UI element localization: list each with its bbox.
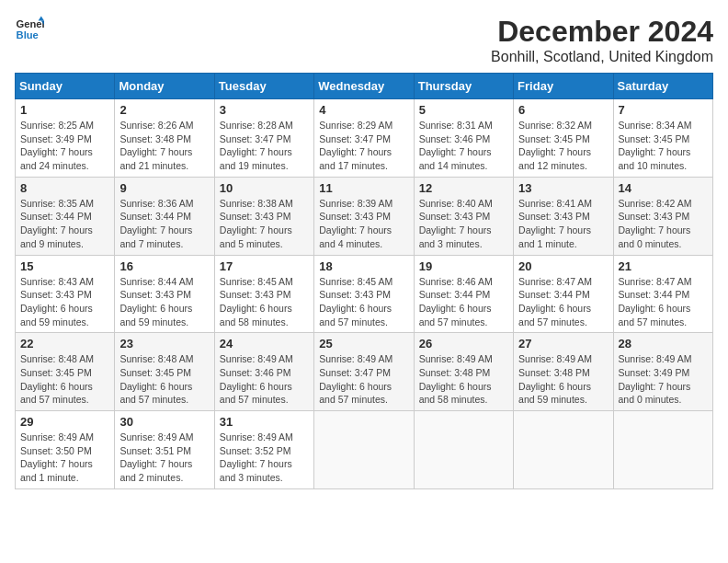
day-info: Sunrise: 8:39 AMSunset: 3:43 PMDaylight:… (319, 198, 392, 249)
calendar-cell: 17 Sunrise: 8:45 AMSunset: 3:43 PMDaylig… (214, 255, 313, 333)
day-info: Sunrise: 8:40 AMSunset: 3:43 PMDaylight:… (419, 198, 493, 249)
day-number: 21 (619, 259, 708, 273)
day-number: 27 (518, 337, 608, 350)
calendar-cell: 8 Sunrise: 8:35 AMSunset: 3:44 PMDayligh… (16, 177, 115, 255)
day-number: 23 (119, 337, 209, 350)
calendar-cell: 23 Sunrise: 8:48 AMSunset: 3:45 PMDaylig… (115, 333, 214, 411)
calendar-cell: 1 Sunrise: 8:25 AMSunset: 3:49 PMDayligh… (16, 99, 115, 178)
day-number: 5 (419, 103, 508, 117)
calendar-cell: 29 Sunrise: 8:49 AMSunset: 3:50 PMDaylig… (16, 411, 115, 489)
day-number: 19 (419, 259, 508, 273)
day-number: 13 (518, 181, 608, 195)
day-info: Sunrise: 8:45 AMSunset: 3:43 PMDaylight:… (220, 276, 293, 327)
column-header-thursday: Thursday (414, 74, 513, 99)
column-header-tuesday: Tuesday (214, 74, 313, 99)
day-info: Sunrise: 8:36 AMSunset: 3:44 PMDaylight:… (119, 198, 193, 249)
day-number: 30 (119, 415, 209, 429)
day-number: 10 (220, 181, 309, 195)
day-number: 6 (518, 103, 608, 117)
day-info: Sunrise: 8:47 AMSunset: 3:44 PMDaylight:… (518, 276, 592, 327)
calendar-cell: 25 Sunrise: 8:49 AMSunset: 3:47 PMDaylig… (314, 333, 414, 411)
day-number: 18 (319, 259, 408, 273)
location-title: Bonhill, Scotland, United Kingdom (491, 49, 713, 65)
day-info: Sunrise: 8:49 AMSunset: 3:48 PMDaylight:… (518, 353, 592, 405)
calendar-cell (414, 411, 513, 489)
calendar-cell (514, 411, 613, 489)
calendar-cell: 4 Sunrise: 8:29 AMSunset: 3:47 PMDayligh… (314, 99, 414, 178)
calendar-cell: 2 Sunrise: 8:26 AMSunset: 3:48 PMDayligh… (115, 99, 214, 178)
day-info: Sunrise: 8:49 AMSunset: 3:46 PMDaylight:… (220, 353, 293, 405)
calendar-week-row: 15 Sunrise: 8:43 AMSunset: 3:43 PMDaylig… (16, 255, 713, 333)
day-number: 20 (518, 259, 608, 273)
day-number: 9 (119, 181, 209, 195)
calendar-cell: 7 Sunrise: 8:34 AMSunset: 3:45 PMDayligh… (613, 99, 712, 178)
column-header-monday: Monday (115, 74, 214, 99)
day-info: Sunrise: 8:49 AMSunset: 3:51 PMDaylight:… (119, 431, 193, 483)
day-number: 17 (220, 259, 309, 273)
calendar-cell: 10 Sunrise: 8:38 AMSunset: 3:43 PMDaylig… (214, 177, 313, 255)
calendar-week-row: 22 Sunrise: 8:48 AMSunset: 3:45 PMDaylig… (16, 333, 713, 411)
day-info: Sunrise: 8:31 AMSunset: 3:46 PMDaylight:… (419, 120, 493, 171)
day-info: Sunrise: 8:34 AMSunset: 3:45 PMDaylight:… (619, 120, 692, 171)
day-info: Sunrise: 8:42 AMSunset: 3:43 PMDaylight:… (619, 198, 692, 249)
day-number: 16 (119, 259, 209, 273)
calendar-cell: 26 Sunrise: 8:49 AMSunset: 3:48 PMDaylig… (414, 333, 513, 411)
day-info: Sunrise: 8:32 AMSunset: 3:45 PMDaylight:… (518, 120, 592, 171)
day-number: 29 (20, 415, 109, 429)
day-info: Sunrise: 8:49 AMSunset: 3:48 PMDaylight:… (419, 353, 493, 405)
day-info: Sunrise: 8:29 AMSunset: 3:47 PMDaylight:… (319, 120, 392, 171)
calendar-cell: 18 Sunrise: 8:45 AMSunset: 3:43 PMDaylig… (314, 255, 414, 333)
day-number: 7 (619, 103, 708, 117)
day-info: Sunrise: 8:48 AMSunset: 3:45 PMDaylight:… (20, 353, 94, 405)
day-number: 25 (319, 337, 408, 350)
calendar-cell: 3 Sunrise: 8:28 AMSunset: 3:47 PMDayligh… (214, 99, 313, 178)
calendar-header-row: SundayMondayTuesdayWednesdayThursdayFrid… (16, 74, 713, 99)
header: General Blue December 2024 Bonhill, Scot… (15, 15, 713, 65)
day-number: 31 (220, 415, 309, 429)
calendar-cell: 5 Sunrise: 8:31 AMSunset: 3:46 PMDayligh… (414, 99, 513, 178)
calendar-cell: 31 Sunrise: 8:49 AMSunset: 3:52 PMDaylig… (214, 411, 313, 489)
day-number: 15 (20, 259, 109, 273)
day-number: 12 (419, 181, 508, 195)
day-info: Sunrise: 8:35 AMSunset: 3:44 PMDaylight:… (20, 198, 94, 249)
calendar-week-row: 8 Sunrise: 8:35 AMSunset: 3:44 PMDayligh… (16, 177, 713, 255)
column-header-sunday: Sunday (16, 74, 115, 99)
calendar-cell: 14 Sunrise: 8:42 AMSunset: 3:43 PMDaylig… (613, 177, 712, 255)
column-header-saturday: Saturday (613, 74, 712, 99)
day-info: Sunrise: 8:44 AMSunset: 3:43 PMDaylight:… (119, 276, 193, 327)
calendar-cell (314, 411, 414, 489)
calendar-cell: 21 Sunrise: 8:47 AMSunset: 3:44 PMDaylig… (613, 255, 712, 333)
calendar-cell: 12 Sunrise: 8:40 AMSunset: 3:43 PMDaylig… (414, 177, 513, 255)
logo: General Blue (15, 15, 44, 44)
day-number: 3 (220, 103, 309, 117)
calendar-cell: 24 Sunrise: 8:49 AMSunset: 3:46 PMDaylig… (214, 333, 313, 411)
calendar-cell: 6 Sunrise: 8:32 AMSunset: 3:45 PMDayligh… (514, 99, 613, 178)
calendar-week-row: 1 Sunrise: 8:25 AMSunset: 3:49 PMDayligh… (16, 99, 713, 178)
day-number: 1 (20, 103, 109, 117)
svg-text:Blue: Blue (17, 29, 39, 40)
day-number: 8 (20, 181, 109, 195)
calendar-cell: 19 Sunrise: 8:46 AMSunset: 3:44 PMDaylig… (414, 255, 513, 333)
day-number: 28 (619, 337, 708, 350)
day-info: Sunrise: 8:46 AMSunset: 3:44 PMDaylight:… (419, 276, 493, 327)
month-title: December 2024 (491, 15, 713, 49)
day-info: Sunrise: 8:48 AMSunset: 3:45 PMDaylight:… (119, 353, 193, 405)
day-number: 11 (319, 181, 408, 195)
day-info: Sunrise: 8:38 AMSunset: 3:43 PMDaylight:… (220, 198, 293, 249)
day-info: Sunrise: 8:43 AMSunset: 3:43 PMDaylight:… (20, 276, 94, 327)
day-info: Sunrise: 8:25 AMSunset: 3:49 PMDaylight:… (20, 120, 94, 171)
calendar-cell: 11 Sunrise: 8:39 AMSunset: 3:43 PMDaylig… (314, 177, 414, 255)
day-number: 22 (20, 337, 109, 350)
day-info: Sunrise: 8:49 AMSunset: 3:50 PMDaylight:… (20, 431, 94, 483)
day-info: Sunrise: 8:47 AMSunset: 3:44 PMDaylight:… (619, 276, 692, 327)
day-info: Sunrise: 8:49 AMSunset: 3:52 PMDaylight:… (220, 431, 293, 483)
calendar-cell: 22 Sunrise: 8:48 AMSunset: 3:45 PMDaylig… (16, 333, 115, 411)
day-info: Sunrise: 8:49 AMSunset: 3:47 PMDaylight:… (319, 353, 392, 405)
day-number: 2 (119, 103, 209, 117)
day-number: 4 (319, 103, 408, 117)
day-number: 26 (419, 337, 508, 350)
calendar-table: SundayMondayTuesdayWednesdayThursdayFrid… (15, 73, 713, 489)
column-header-friday: Friday (514, 74, 613, 99)
calendar-cell: 15 Sunrise: 8:43 AMSunset: 3:43 PMDaylig… (16, 255, 115, 333)
day-info: Sunrise: 8:41 AMSunset: 3:43 PMDaylight:… (518, 198, 592, 249)
